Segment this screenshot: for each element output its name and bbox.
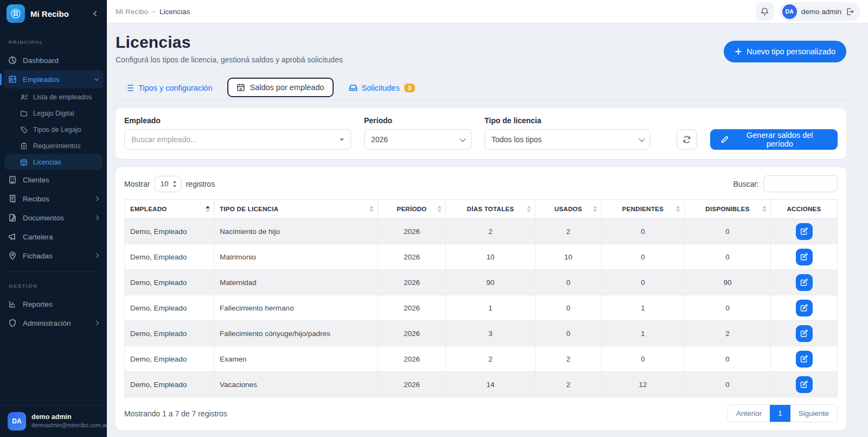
column-header-tipo-de-licencia[interactable]: Tipo de licencia <box>214 200 378 219</box>
column-header-usados[interactable]: Usados <box>535 200 602 219</box>
edit-balance-button[interactable] <box>796 300 813 316</box>
solicitudes-count-badge: 3 <box>404 84 415 92</box>
generate-balances-button[interactable]: Generar saldos del período <box>710 129 838 150</box>
table-row: Demo, Empleado Vacaciones 2026 14 2 12 0 <box>125 372 838 397</box>
sidebar-item-requerimientos[interactable]: Requerimientos <box>0 138 107 154</box>
sidebar-item-reportes[interactable]: Reportes <box>0 295 107 313</box>
records-summary: Mostrando 1 a 7 de 7 registros <box>124 409 227 418</box>
period-select[interactable]: 2026 <box>364 129 471 150</box>
pencil-icon <box>721 136 729 143</box>
column-header-periodo[interactable]: Período <box>378 200 446 219</box>
refresh-button[interactable] <box>676 129 697 150</box>
table-row: Demo, Empleado Maternidad 2026 90 0 0 90 <box>125 270 838 295</box>
sort-icon <box>437 206 442 212</box>
sidebar-nav: PRINCIPAL Dashboard Empleados <box>0 27 107 405</box>
brand: Mi Recibo <box>0 0 107 27</box>
chevron-down-icon <box>340 138 344 141</box>
search-label: Buscar: <box>733 180 759 188</box>
folder-icon <box>20 109 28 117</box>
brand-name: Mi Recibo <box>30 9 87 18</box>
logout-icon[interactable] <box>846 8 854 16</box>
avatar: DA <box>8 412 26 430</box>
notifications-button[interactable] <box>756 2 774 21</box>
table-row: Demo, Empleado Fallecimiento hermano 202… <box>125 295 838 321</box>
tab-saldos-por-empleado[interactable]: Saldos por empleado <box>227 78 333 97</box>
page-size-select[interactable]: 10 <box>154 176 181 192</box>
edit-icon <box>800 381 808 388</box>
app-root: Mi Recibo PRINCIPAL Dashboard Empleados <box>0 0 868 437</box>
sidebar-item-cartelera[interactable]: Cartelera <box>0 227 107 246</box>
edit-balance-button[interactable] <box>796 325 813 342</box>
page-header: Licencias Configurá los tipos de licenci… <box>116 33 846 64</box>
sidebar-collapse-button[interactable] <box>93 10 100 17</box>
breadcrumb-root[interactable]: Mi Recibo <box>116 8 148 16</box>
page-title: Licencias <box>116 33 343 52</box>
new-custom-type-button[interactable]: Nuevo tipo personalizado <box>724 41 846 62</box>
megaphone-icon <box>8 232 17 242</box>
edit-balance-button[interactable] <box>796 351 813 368</box>
receipt-icon <box>8 194 17 204</box>
table-footer: Mostrando 1 a 7 de 7 registros Anterior … <box>124 397 838 430</box>
sidebar-item-legajo-digital[interactable]: Legajo Digital <box>0 105 107 121</box>
pagination-previous-button[interactable]: Anterior <box>728 405 770 422</box>
balances-table-panel: Mostrar 10 registros Buscar: <box>116 167 846 430</box>
sidebar-divider <box>8 271 99 272</box>
sidebar-user-name: demo admin <box>31 413 107 422</box>
pagination-next-button[interactable]: Siguiente <box>790 405 837 422</box>
sidebar-user-email: demoadmin@mirecibo.com.ar <box>31 422 107 429</box>
app-logo-icon <box>7 4 25 23</box>
license-type-select[interactable]: Todos los tipos <box>484 129 650 150</box>
edit-icon <box>800 253 808 261</box>
edit-icon <box>800 355 808 363</box>
tab-tipos-y-configuracion[interactable]: Tipos y configuración <box>124 79 213 97</box>
sidebar-item-licencias[interactable]: Licencias <box>4 154 103 170</box>
sidebar-item-recibos[interactable]: Recibos <box>0 189 107 208</box>
sidebar-item-documentos[interactable]: Documentos <box>0 208 107 227</box>
tab-solicitudes[interactable]: Solicitudes 3 <box>348 79 417 97</box>
column-header-disponibles[interactable]: Disponibles <box>685 200 771 219</box>
pagination-page-1[interactable]: 1 <box>770 405 790 422</box>
sidebar-item-clientes[interactable]: Clientes <box>0 170 107 189</box>
chevron-down-icon <box>94 78 99 81</box>
clipboard-icon <box>20 142 28 150</box>
tag-icon <box>20 125 28 134</box>
file-pen-icon <box>8 213 17 223</box>
table-search-input[interactable] <box>763 175 838 192</box>
sidebar-item-fichadas[interactable]: Fichadas <box>0 246 107 265</box>
main-area: Mi Recibo Licencias DA demo admin <box>107 0 868 437</box>
sidebar-item-tipos-de-legajo[interactable]: Tipos de Legajo <box>0 122 107 137</box>
column-header-pendientes[interactable]: Pendientes <box>602 200 685 219</box>
report-icon <box>8 300 17 309</box>
breadcrumb-current: Licencias <box>159 8 190 16</box>
table-row: Demo, Empleado Nacimiento de hijo 2026 2… <box>125 219 838 244</box>
sidebar-item-administracion[interactable]: Administración <box>0 314 107 332</box>
chevron-right-icon <box>95 320 99 326</box>
table-controls: Mostrar 10 registros Buscar: <box>124 175 838 192</box>
page-subtitle: Configurá los tipos de licencia, gestion… <box>116 55 343 64</box>
edit-balance-button[interactable] <box>796 249 813 265</box>
filters-panel: Empleado Buscar empleado... Período 2026 <box>116 108 846 159</box>
sidebar-item-lista-de-empleados[interactable]: Lista de empleados <box>0 89 107 105</box>
edit-balance-button[interactable] <box>796 376 813 393</box>
list-icon <box>125 84 134 92</box>
sidebar: Mi Recibo PRINCIPAL Dashboard Empleados <box>0 0 107 437</box>
edit-balance-button[interactable] <box>796 223 813 240</box>
page-content: Licencias Configurá los tipos de licenci… <box>107 23 868 437</box>
employee-search-select[interactable]: Buscar empleado... <box>124 129 351 150</box>
column-header-empleado[interactable]: Empleado <box>125 200 214 219</box>
calendar-check-icon <box>237 83 245 92</box>
breadcrumb-separator <box>153 11 155 12</box>
column-header-dias-totales[interactable]: Días totales <box>446 200 535 219</box>
edit-icon <box>800 227 808 235</box>
sort-icon <box>762 206 767 212</box>
edit-balance-button[interactable] <box>796 274 813 291</box>
sidebar-user-card[interactable]: DA demo admin demoadmin@mirecibo.com.ar <box>0 405 107 437</box>
sidebar-item-empleados[interactable]: Empleados <box>3 70 104 88</box>
user-menu[interactable]: DA demo admin <box>780 2 860 21</box>
edit-icon <box>800 330 808 337</box>
shield-icon <box>8 319 17 328</box>
table-row: Demo, Empleado Fallecimiento cónyuge/hij… <box>125 321 838 346</box>
records-label: registros <box>186 180 215 188</box>
sidebar-item-dashboard[interactable]: Dashboard <box>0 51 107 69</box>
employee-filter: Empleado Buscar empleado... <box>124 116 351 150</box>
